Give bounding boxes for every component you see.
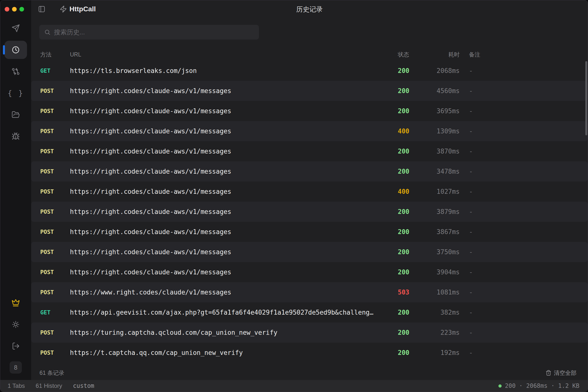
sidebar-item-request[interactable]: [0, 18, 31, 39]
active-indicator: [3, 45, 5, 54]
table-row[interactable]: POST https://right.codes/claude-aws/v1/m…: [31, 101, 588, 121]
last-request-summary: 200 · 2068ms · 1.2 KB: [505, 382, 580, 389]
record-count: 61 条记录: [39, 369, 64, 377]
url-text: https://right.codes/claude-aws/v1/messag…: [70, 188, 398, 195]
method-label: POST: [40, 289, 70, 296]
table-row[interactable]: POST https://right.codes/claude-aws/v1/m…: [31, 222, 588, 242]
method-label: POST: [40, 168, 70, 175]
sidebar-item-debug[interactable]: [0, 126, 31, 147]
note-text: -: [469, 288, 588, 296]
note-text: -: [469, 349, 588, 356]
method-label: POST: [40, 148, 70, 154]
duration-text: 3867ms: [429, 228, 460, 236]
url-text: https://tls.browserleaks.com/json: [70, 67, 398, 74]
table-row[interactable]: POST https://right.codes/claude-aws/v1/m…: [31, 182, 588, 202]
crown-icon: [11, 299, 20, 307]
header-url: URL: [70, 51, 398, 58]
close-button[interactable]: [5, 7, 9, 12]
status-code: 400: [398, 188, 429, 195]
note-text: -: [469, 107, 588, 115]
status-code: 200: [398, 349, 429, 356]
status-code: 200: [398, 309, 429, 316]
method-label: POST: [40, 88, 70, 94]
page-title: 历史记录: [296, 5, 323, 14]
bug-icon: [11, 132, 20, 140]
logout-icon: [11, 342, 20, 350]
search-input[interactable]: [54, 28, 254, 36]
status-code: 400: [398, 128, 429, 135]
table-row[interactable]: GET https://tls.browserleaks.com/json 20…: [31, 61, 588, 81]
scrollbar-thumb[interactable]: [585, 61, 587, 135]
titlebar: HttpCall 历史记录: [31, 0, 588, 18]
method-label: POST: [40, 269, 70, 275]
method-label: POST: [40, 128, 70, 134]
app-window: { }: [0, 0, 588, 392]
duration-text: 3904ms: [429, 268, 460, 276]
header-note: 备注: [469, 51, 588, 58]
traffic-lights: [5, 7, 24, 12]
zoom-button[interactable]: [19, 7, 24, 12]
app-title: HttpCall: [69, 5, 96, 13]
url-text: https://api.geevisit.com/ajax.php?gt=65f…: [70, 309, 398, 316]
sidebar-item-variables[interactable]: { }: [0, 82, 31, 104]
table-row[interactable]: POST https://right.codes/claude-aws/v1/m…: [31, 81, 588, 101]
table-header: 方法 URL 状态 耗时 备注: [31, 48, 588, 61]
method-label: GET: [40, 68, 70, 74]
table-row[interactable]: POST https://right.codes/claude-aws/v1/m…: [31, 202, 588, 222]
trash-icon: [546, 370, 552, 376]
status-code: 200: [398, 87, 429, 94]
sidebar-item-theme[interactable]: [0, 314, 31, 335]
clear-all-button[interactable]: 清空全部: [546, 369, 577, 377]
table-row[interactable]: POST https://turing.captcha.qcloud.com/c…: [31, 322, 588, 343]
method-label: POST: [40, 249, 70, 255]
search-bar[interactable]: [39, 25, 259, 40]
git-compare-icon: [11, 67, 20, 76]
duration-text: 2068ms: [429, 67, 460, 74]
sidebar-item-history[interactable]: [0, 39, 31, 61]
table-row[interactable]: POST https://right.codes/claude-aws/v1/m…: [31, 262, 588, 282]
status-code: 200: [398, 228, 429, 236]
toggle-sidebar-button[interactable]: [38, 6, 45, 13]
duration-text: 382ms: [429, 309, 460, 316]
braces-icon: { }: [7, 89, 24, 98]
duration-text: 192ms: [429, 349, 460, 356]
environment-selector[interactable]: custom: [73, 382, 94, 389]
url-text: https://t.captcha.qq.com/cap_union_new_v…: [70, 349, 398, 356]
note-text: -: [469, 128, 588, 135]
sidebar-item-logout[interactable]: [0, 335, 31, 357]
status-code: 200: [398, 248, 429, 256]
note-text: -: [469, 208, 588, 216]
status-dot: [498, 384, 502, 388]
count-badge[interactable]: 8: [9, 361, 22, 374]
url-text: https://right.codes/claude-aws/v1/messag…: [70, 268, 398, 276]
table-row[interactable]: GET https://api.geevisit.com/ajax.php?gt…: [31, 302, 588, 322]
folder-open-icon: [11, 110, 20, 119]
sidebar-item-collections[interactable]: [0, 104, 31, 126]
table-row[interactable]: POST https://right.codes/claude-aws/v1/m…: [31, 141, 588, 161]
duration-text: 1081ms: [429, 288, 460, 296]
duration-text: 4560ms: [429, 87, 460, 94]
status-code: 503: [398, 288, 429, 296]
bolt-icon: [60, 6, 67, 13]
note-text: -: [469, 148, 588, 155]
table-row[interactable]: POST https://www.right.codes/claude/v1/m…: [31, 282, 588, 302]
duration-text: 223ms: [429, 329, 460, 336]
duration-text: 3879ms: [429, 208, 460, 216]
table-row[interactable]: POST https://right.codes/claude-aws/v1/m…: [31, 161, 588, 182]
minimize-button[interactable]: [12, 7, 17, 12]
note-text: -: [469, 168, 588, 175]
method-label: GET: [40, 309, 70, 316]
status-code: 200: [398, 67, 429, 74]
table-row[interactable]: POST https://right.codes/claude-aws/v1/m…: [31, 242, 588, 262]
sidebar-item-pro[interactable]: [0, 292, 31, 314]
sidebar-item-flows[interactable]: [0, 61, 31, 82]
table-row[interactable]: POST https://t.captcha.qq.com/cap_union_…: [31, 343, 588, 363]
table-row[interactable]: POST https://right.codes/claude-aws/v1/m…: [31, 121, 588, 141]
url-text: https://right.codes/claude-aws/v1/messag…: [70, 228, 398, 236]
note-text: -: [469, 329, 588, 336]
note-text: -: [469, 188, 588, 195]
url-text: https://turing.captcha.qcloud.com/cap_un…: [70, 329, 398, 336]
method-label: POST: [40, 208, 70, 215]
search-icon: [44, 29, 50, 35]
history-count: 61 History: [35, 382, 62, 389]
